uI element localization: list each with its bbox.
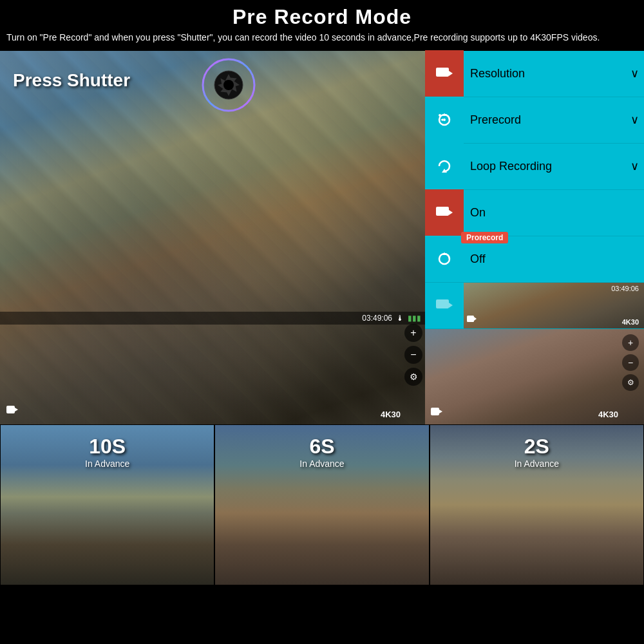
prerecord-chevron: ∨: [625, 97, 644, 143]
advance-seconds-2s: 2S: [515, 435, 559, 459]
menu-panel: Resolution ∨ Prerecord ∨: [425, 51, 644, 424]
on-label: On: [464, 206, 644, 220]
temperature-icon: 🌡: [396, 314, 404, 323]
loop-chevron: ∨: [625, 143, 644, 189]
camera-view: Press Shutter: [0, 51, 425, 424]
svg-rect-3: [6, 406, 15, 413]
resolution-menu-icon: [425, 50, 464, 97]
bottom-section: 10S In Advance 6S In Advance 2S In Advan…: [0, 424, 644, 585]
camera-ui-area: 03:49:06 🌡 ▮▮▮ + − ⚙ 4K30: [0, 296, 425, 424]
svg-rect-20: [431, 408, 439, 415]
right-preview-controls: + − ⚙: [622, 334, 639, 391]
advance-seconds-10s: 10S: [85, 435, 129, 459]
svg-point-2: [223, 80, 234, 90]
loop-menu-icon: [425, 143, 464, 189]
thumbnail-10s: 10S In Advance: [0, 424, 214, 585]
preview-record-icon: [466, 314, 478, 326]
svg-point-9: [439, 114, 441, 117]
press-shutter-label: Press Shutter: [13, 70, 130, 91]
record-icon-svg: [5, 402, 19, 417]
preview-resolution: 4K30: [622, 318, 639, 326]
zoom-out-icon[interactable]: −: [404, 346, 422, 364]
menu-row-prerecord[interactable]: Prerecord ∨: [425, 97, 644, 144]
on-menu-icon: [425, 189, 464, 236]
svg-marker-19: [474, 317, 477, 321]
svg-rect-18: [467, 316, 474, 322]
svg-rect-12: [436, 207, 449, 216]
menu-row-on[interactable]: On Prorecord: [425, 190, 644, 236]
menu-row-off[interactable]: Off: [425, 236, 644, 283]
shutter-circle: [200, 56, 258, 117]
right-panel-preview: 4K30 + − ⚙: [425, 329, 644, 424]
title-area: Pre Record Mode Turn on "Pre Record" and…: [0, 0, 644, 51]
zoom-out-right[interactable]: −: [622, 354, 639, 371]
resolution-display: 4K30: [381, 410, 401, 419]
thumbnail-2s: 2S In Advance: [430, 424, 644, 585]
preview-thumbnail: 4K30 03:49:06: [464, 283, 644, 329]
prerecord-menu-icon: [425, 97, 464, 143]
svg-marker-17: [449, 303, 453, 308]
right-record-icon: [430, 406, 443, 419]
thumbnail-6s: 6S In Advance: [214, 424, 429, 585]
svg-rect-16: [436, 299, 449, 308]
menu-row-preview: 4K30 03:49:06: [425, 283, 644, 329]
zoom-in-icon[interactable]: +: [404, 324, 422, 342]
menu-row-resolution[interactable]: Resolution ∨: [425, 51, 644, 97]
svg-marker-4: [15, 408, 18, 412]
page-title: Pre Record Mode: [0, 5, 644, 29]
svg-marker-21: [439, 410, 442, 413]
zoom-in-right[interactable]: +: [622, 334, 639, 351]
svg-point-10: [443, 118, 446, 121]
prorecord-badge: Prorecord: [461, 232, 508, 243]
advance-seconds-6s: 6S: [299, 435, 344, 459]
off-label: Off: [464, 252, 644, 266]
svg-marker-6: [449, 71, 453, 76]
advance-text-6s: In Advance: [299, 459, 344, 469]
prerecord-label: Prerecord: [464, 113, 625, 127]
resolution-chevron: ∨: [625, 50, 644, 97]
settings-icon[interactable]: ⚙: [404, 368, 422, 386]
page-subtitle: Turn on "Pre Record" and when you press …: [0, 29, 644, 48]
camera-time: 03:49:06: [362, 314, 392, 323]
camera-status-bar: 03:49:06 🌡 ▮▮▮: [0, 312, 425, 325]
off-menu-icon: [425, 236, 464, 282]
right-preview-resolution: 4K30: [598, 410, 618, 419]
svg-rect-5: [436, 68, 449, 77]
advance-label-10s: 10S In Advance: [85, 435, 129, 469]
advance-label-2s: 2S In Advance: [515, 435, 559, 469]
preview-time: 03:49:06: [611, 285, 639, 292]
svg-marker-13: [449, 210, 453, 215]
shutter-icon: [200, 56, 258, 114]
loop-label: Loop Recording: [464, 160, 625, 173]
battery-indicator: ▮▮▮: [408, 314, 421, 323]
record-icon: [5, 402, 19, 419]
main-content: Press Shutter: [0, 51, 644, 424]
advance-text-2s: In Advance: [515, 459, 559, 469]
advance-label-6s: 6S In Advance: [299, 435, 344, 469]
settings-right[interactable]: ⚙: [622, 374, 639, 391]
advance-text-10s: In Advance: [85, 459, 129, 469]
preview-loop-icon: [425, 283, 464, 329]
camera-side-controls: + − ⚙: [404, 324, 422, 386]
resolution-label: Resolution: [464, 67, 625, 80]
menu-row-loop[interactable]: Loop Recording ∨: [425, 144, 644, 190]
